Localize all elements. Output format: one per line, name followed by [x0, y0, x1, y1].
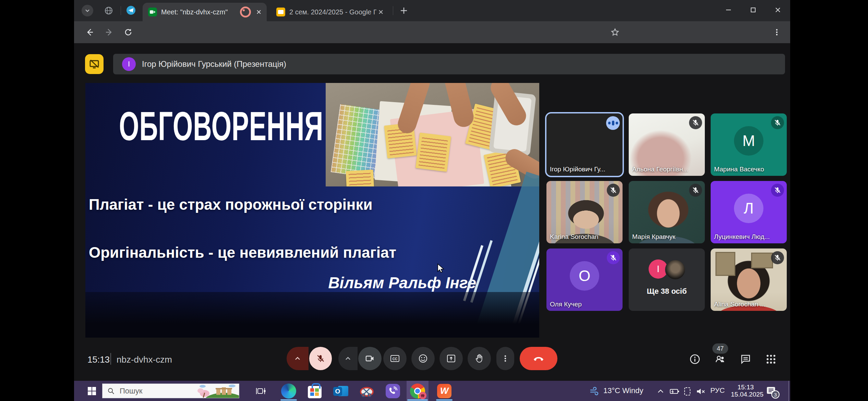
presentation-off-icon: [88, 58, 100, 70]
tab-separator: [393, 6, 393, 15]
mic-options-button[interactable]: [287, 347, 309, 370]
participant-name: Karina Sorochan: [550, 233, 599, 241]
people-icon: [714, 353, 726, 365]
browser-menu-button[interactable]: [771, 26, 783, 38]
screen-area: Meet: "nbz-dvhx-czm" 2 сем. 2024/2025 - …: [74, 0, 790, 401]
volume-muted-icon[interactable]: [696, 387, 706, 397]
start-button[interactable]: [82, 381, 101, 401]
pinned-tab-telegram[interactable]: [126, 5, 136, 16]
taskbar-search[interactable]: Пошук: [102, 384, 239, 398]
chevron-up-icon: [345, 355, 351, 362]
slides-favicon-icon: [276, 8, 285, 16]
show-participants-button[interactable]: [714, 353, 726, 366]
task-view-button[interactable]: [251, 381, 270, 401]
plus-icon: [399, 6, 409, 15]
participant-tile-olya[interactable]: О Оля Кучер: [546, 248, 623, 311]
chevron-up-icon: [294, 355, 301, 362]
outlook-icon: O: [333, 384, 348, 398]
participant-name: Оля Кучер: [550, 301, 582, 308]
participant-name: Марина Васечко: [714, 166, 764, 173]
present-screen-button[interactable]: [439, 347, 463, 370]
mic-off-icon: [771, 251, 784, 264]
taskbar-clock[interactable]: 15:13 15.04.2025: [731, 384, 760, 398]
close-icon: [256, 9, 262, 15]
chrome-incognito-icon: [410, 384, 425, 399]
participant-avatar: О: [570, 261, 599, 291]
taskbar-edge[interactable]: [278, 381, 299, 401]
maximize-icon: [750, 7, 756, 13]
footer-divider: [110, 353, 111, 365]
battery-icon[interactable]: [670, 388, 679, 397]
edge-icon: [281, 384, 296, 399]
window-close-button[interactable]: [768, 2, 788, 18]
tab-search-button[interactable]: [82, 5, 93, 16]
raise-hand-button[interactable]: [468, 347, 491, 370]
telegram-icon: [126, 5, 136, 15]
meet-favicon-icon: [148, 8, 157, 16]
participant-tile-alona[interactable]: Альона Георгіївн...: [629, 113, 705, 176]
reactions-button[interactable]: [411, 347, 435, 370]
weather-label[interactable]: 13°C Windy: [603, 386, 643, 395]
presenter-banner: І Ігор Юрійович Гурський (Презентація): [113, 54, 785, 74]
notification-center-button[interactable]: 3: [766, 386, 776, 397]
participant-name: Альона Георгіївн...: [632, 166, 688, 173]
participant-tile-karina[interactable]: Karina Sorochan: [546, 181, 623, 243]
chat-icon: [740, 353, 751, 365]
participant-tile-maryna[interactable]: М Марина Васечко: [711, 113, 787, 176]
window-minimize-button[interactable]: [719, 2, 738, 18]
more-options-button[interactable]: [496, 347, 514, 370]
kebab-menu-icon: [501, 354, 509, 363]
taskbar-outlook[interactable]: O: [330, 381, 351, 401]
taskbar-store[interactable]: [304, 381, 325, 401]
taskbar-snipping-tool[interactable]: [357, 381, 377, 401]
chat-button[interactable]: [740, 353, 751, 366]
meeting-code: nbz-dvhx-czm: [117, 354, 172, 365]
search-placeholder: Пошук: [120, 387, 142, 396]
stop-presenting-button[interactable]: [85, 54, 104, 74]
mic-off-icon: [607, 251, 620, 264]
participant-tile-mariia[interactable]: Марія Кравчук: [629, 181, 705, 243]
taskbar-viber[interactable]: [383, 381, 403, 401]
language-indicator[interactable]: РУС: [710, 386, 725, 394]
end-call-button[interactable]: [520, 347, 557, 370]
captions-icon: CC: [390, 353, 400, 364]
participant-tile-igor[interactable]: Ігор Юрійович Гу...: [546, 113, 623, 176]
camera-toggle-button[interactable]: [358, 347, 382, 370]
clock-date: 15.04.2025: [731, 391, 760, 398]
new-tab-button[interactable]: [399, 6, 409, 17]
svg-text:CC: CC: [393, 357, 397, 361]
taskbar-chrome-active[interactable]: [407, 381, 429, 401]
more-participants-tile[interactable]: І Ще 38 осіб: [629, 248, 705, 311]
tab-slides[interactable]: 2 сем. 2024/2025 - Google Пре: [271, 3, 389, 21]
chevron-up-icon: [657, 388, 664, 395]
participant-tile-alina[interactable]: Alina Sorochan ...: [711, 248, 787, 311]
notification-count-badge: 3: [771, 390, 780, 399]
participant-name: Луцинкевич Люд...: [714, 233, 770, 241]
tab-meet[interactable]: Meet: "nbz-dvhx-czm": [143, 3, 267, 21]
tab-close-button[interactable]: [254, 8, 263, 16]
microsoft-store-icon: [308, 386, 322, 398]
back-button[interactable]: [84, 26, 96, 38]
tray-expand-button[interactable]: [657, 388, 664, 397]
window-maximize-button[interactable]: [743, 2, 763, 18]
participant-tile-lutsynkevych[interactable]: Л Луцинкевич Люд...: [711, 181, 787, 243]
meeting-details-button[interactable]: [689, 353, 701, 366]
participant-name: Alina Sorochan ...: [714, 301, 765, 308]
captions-button[interactable]: CC: [383, 347, 407, 370]
weather-icon: [590, 386, 599, 397]
bookmark-star-button[interactable]: [609, 26, 621, 38]
close-icon: [774, 7, 781, 13]
forward-button[interactable]: [103, 26, 115, 38]
mic-toggle-button[interactable]: [309, 347, 332, 370]
clock-time: 15:13: [731, 384, 760, 391]
call-end-icon: [533, 353, 544, 364]
browser-tab-strip: Meet: "nbz-dvhx-czm" 2 сем. 2024/2025 - …: [74, 0, 790, 21]
tab-close-button[interactable]: [376, 8, 385, 16]
taskbar-wps[interactable]: W: [434, 381, 455, 401]
show-desktop-button[interactable]: [788, 381, 790, 401]
activities-button[interactable]: [765, 353, 777, 366]
reload-button[interactable]: [122, 26, 134, 38]
desktop-screenshot: Meet: "nbz-dvhx-czm" 2 сем. 2024/2025 - …: [0, 0, 868, 401]
phone-link-icon[interactable]: [684, 387, 691, 397]
pinned-tab-globe[interactable]: [104, 6, 113, 16]
